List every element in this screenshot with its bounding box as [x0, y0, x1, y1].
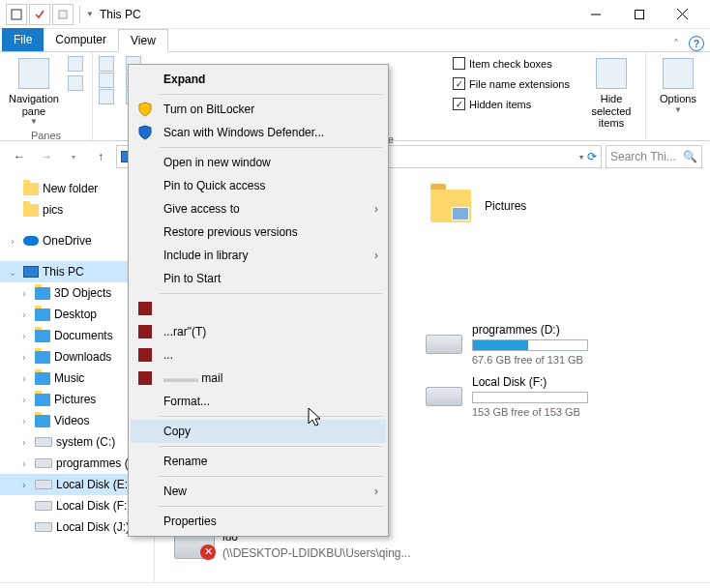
ctx-defender[interactable]: Scan with Windows Defender... — [131, 121, 386, 144]
chevron-right-icon: › — [374, 202, 378, 216]
chevron-down-icon: ▼ — [674, 105, 682, 114]
layout-m-icon[interactable] — [99, 89, 114, 104]
ctx-separator — [160, 293, 382, 294]
hide-selected-button[interactable]: Hide selected items — [583, 56, 639, 132]
drive-f-free: 153 GB free of 153 GB — [472, 406, 588, 418]
drive-f-item[interactable]: Local Disk (F:) 153 GB free of 153 GB — [426, 375, 588, 418]
navigation-pane-button[interactable]: Navigation pane ▼ — [6, 56, 62, 128]
svg-rect-1 — [59, 11, 67, 18]
ctx-include-library[interactable]: Include in library› — [131, 244, 386, 267]
ctx-restore-previous[interactable]: Restore previous versions — [131, 220, 386, 244]
chevron-down-icon[interactable]: ▾ — [579, 153, 583, 162]
drive-icon — [35, 458, 52, 468]
status-bar: 13 items 1 item selected — [0, 582, 710, 588]
pc-icon — [23, 266, 39, 278]
forward-button[interactable]: → — [35, 145, 58, 168]
back-button[interactable]: ← — [8, 145, 31, 168]
chevron-down-icon: ▼ — [30, 117, 38, 126]
folder-music-icon — [35, 372, 50, 385]
drive-icon — [35, 437, 52, 447]
search-icon: 🔍 — [683, 150, 697, 163]
tab-computer[interactable]: Computer — [44, 28, 118, 51]
ctx-give-access[interactable]: Give access to› — [131, 197, 386, 220]
ctx-separator — [160, 416, 382, 417]
qat-check-icon[interactable] — [29, 4, 50, 25]
winrar-icon — [134, 325, 156, 338]
ctx-separator — [160, 506, 382, 507]
ctx-winrar-c[interactable]: ... — [131, 343, 386, 367]
qat-properties-icon[interactable] — [6, 4, 27, 25]
tab-file[interactable]: File — [2, 28, 44, 51]
ctx-winrar-d[interactable]: ▬▬▬ mail — [131, 367, 386, 390]
help-icon[interactable]: ? — [689, 36, 704, 51]
ctx-rename[interactable]: Rename — [131, 450, 386, 473]
maximize-button[interactable] — [617, 0, 661, 29]
qat-dropdown-icon[interactable]: ▼ — [86, 10, 94, 18]
qat-new-icon[interactable] — [52, 4, 74, 25]
drive-icon — [35, 522, 52, 532]
winrar-icon — [134, 348, 156, 362]
minimize-button[interactable] — [574, 0, 617, 29]
ctx-expand[interactable]: Expand — [131, 68, 386, 91]
ribbon-tabs: File Computer View ˄ ? — [0, 29, 710, 52]
navigation-pane-label: Navigation pane — [8, 93, 60, 117]
search-input[interactable]: Search Thi... 🔍 — [606, 145, 702, 168]
recent-locations-button[interactable]: ▾ — [62, 145, 85, 168]
ctx-properties[interactable]: Properties — [131, 510, 386, 533]
cloud-icon — [23, 236, 39, 246]
pictures-folder-icon[interactable] — [430, 190, 471, 222]
drive-d-name: programmes (D:) — [472, 323, 588, 337]
ctx-winrar-a[interactable] — [131, 297, 386, 320]
qat-separator — [79, 6, 80, 23]
refresh-icon[interactable]: ⟳ — [587, 150, 597, 163]
folder-pictures-icon — [35, 394, 50, 406]
close-button[interactable] — [661, 0, 704, 29]
ctx-bitlocker[interactable]: Turn on BitLocker — [131, 98, 386, 121]
defender-icon — [134, 125, 156, 140]
details-pane-icon[interactable] — [68, 75, 83, 91]
drive-f-name: Local Disk (F:) — [472, 375, 588, 389]
hidden-items-toggle[interactable]: ✓Hidden items — [451, 97, 572, 111]
ctx-open-new-window[interactable]: Open in new window — [131, 151, 386, 174]
item-checkboxes-toggle[interactable]: Item check boxes — [451, 56, 572, 71]
svg-rect-0 — [12, 10, 21, 19]
options-button[interactable]: Options ▼ — [652, 56, 704, 116]
ctx-pin-start[interactable]: Pin to Start — [131, 267, 386, 290]
titlebar: ▼ This PC — [0, 0, 710, 29]
context-menu: Expand Turn on BitLocker Scan with Windo… — [128, 64, 389, 537]
quick-access-toolbar: ▼ — [6, 4, 94, 25]
shield-icon — [134, 102, 156, 117]
ctx-new[interactable]: New› — [131, 480, 386, 503]
drive-f-usage-bar — [472, 392, 588, 403]
ctx-separator — [160, 446, 382, 447]
folder-downloads-icon — [35, 351, 50, 364]
panes-group-label: Panes — [6, 130, 86, 141]
ctx-copy[interactable]: Copy — [131, 420, 386, 443]
tab-view[interactable]: View — [118, 29, 168, 52]
minimize-ribbon-icon[interactable]: ˄ — [673, 38, 679, 51]
drive-d-usage-bar — [472, 339, 588, 351]
netloc-path: (\\DESKTOP-LDIDKBU\Users\qing... — [222, 546, 411, 560]
layout-l-icon[interactable] — [99, 73, 114, 88]
pictures-label: Pictures — [485, 199, 526, 213]
folder-documents-icon — [35, 330, 50, 342]
drive-d-item[interactable]: programmes (D:) 67.6 GB free of 131 GB — [426, 323, 588, 366]
up-button[interactable]: ↑ — [89, 145, 112, 168]
ctx-winrar-b[interactable]: ...rar"(T) — [131, 320, 386, 343]
svg-rect-3 — [635, 10, 643, 18]
ctx-pin-quick[interactable]: Pin to Quick access — [131, 174, 386, 197]
preview-pane-icon[interactable] — [68, 56, 83, 72]
checkbox-icon — [453, 57, 465, 70]
drive-d-free: 67.6 GB free of 131 GB — [472, 354, 588, 366]
folder-3d-icon — [35, 287, 50, 300]
folder-icon — [23, 204, 39, 217]
ctx-format[interactable]: Format... — [131, 390, 386, 413]
checkbox-checked-icon: ✓ — [453, 98, 465, 110]
folder-icon — [23, 183, 39, 195]
window-title: This PC — [100, 8, 141, 21]
layout-xl-icon[interactable] — [99, 56, 114, 72]
ctx-separator — [160, 94, 382, 95]
ctx-separator — [160, 476, 382, 477]
file-extensions-toggle[interactable]: ✓File name extensions — [451, 76, 572, 91]
winrar-icon — [134, 371, 156, 385]
